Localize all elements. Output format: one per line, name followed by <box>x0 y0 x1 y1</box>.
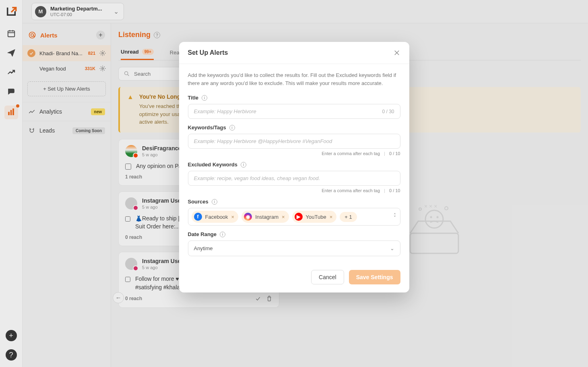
field-label-daterange: Date Range i <box>188 231 400 237</box>
close-icon[interactable] <box>393 49 400 56</box>
reach-label: 0 reach <box>125 234 142 240</box>
field-label-title: Title i <box>188 95 400 101</box>
helper-text: Enter a comma after each tag <box>322 151 380 156</box>
svg-point-9 <box>102 52 103 54</box>
chip-remove-icon[interactable]: × <box>282 214 285 220</box>
top-bar: M Marketing Departm... UTC-07:00 ⌄ <box>23 0 588 23</box>
gear-icon[interactable] <box>99 50 106 56</box>
chip-remove-icon[interactable]: × <box>231 214 235 220</box>
feed-select-checkbox[interactable] <box>125 164 131 170</box>
avatar <box>125 145 137 157</box>
alert-item[interactable]: Vegan food 331K <box>23 61 111 76</box>
svg-point-31 <box>419 208 421 210</box>
at-icon <box>28 31 36 39</box>
tag-counter: 0 / 10 <box>389 188 400 193</box>
set-up-new-alerts-button[interactable]: + Set Up New Alerts <box>27 81 106 96</box>
add-global-button[interactable]: + <box>6 330 17 341</box>
save-settings-button[interactable]: Save Settings <box>349 270 400 284</box>
feed-username: Instagram User <box>142 197 183 204</box>
feed-timestamp: 5 w ago <box>142 265 183 270</box>
page-title: Listening ? <box>118 31 581 39</box>
field-label-keywords: Keywords/Tags i <box>188 124 400 131</box>
workspace-timezone: UTC-07:00 <box>50 12 102 17</box>
nav-analytics-icon[interactable] <box>6 67 17 77</box>
sidebar-item-analytics[interactable]: Analytics new <box>23 102 111 121</box>
alert-item[interactable]: Khadi- Brand Na... 821 <box>23 45 111 61</box>
workspace-name: Marketing Departm... <box>50 6 102 12</box>
sidebar-item-leads[interactable]: Leads Coming Soon <box>23 121 111 140</box>
modal-title: Set Up Alerts <box>188 49 228 56</box>
youtube-icon: ▶ <box>295 213 303 221</box>
analytics-icon <box>28 108 35 115</box>
info-icon[interactable]: i <box>229 125 235 131</box>
info-icon[interactable]: i <box>202 95 207 101</box>
facebook-icon: f <box>194 213 202 221</box>
instagram-icon <box>133 265 138 271</box>
nav-calendar-icon[interactable] <box>6 28 17 39</box>
keywords-input[interactable] <box>194 138 394 144</box>
svg-text:× × ×: × × × <box>424 203 437 209</box>
feed-select-checkbox[interactable] <box>125 276 130 282</box>
alert-title-input[interactable] <box>194 108 382 114</box>
collapse-handle[interactable]: ← <box>113 292 124 303</box>
feed-select-checkbox[interactable] <box>125 216 130 222</box>
info-icon[interactable]: i <box>241 162 246 168</box>
tag-counter: 0 / 10 <box>389 151 400 156</box>
cancel-button[interactable]: Cancel <box>311 270 344 284</box>
sidebar-item-label: Analytics <box>39 108 62 115</box>
magnet-icon <box>28 127 35 134</box>
field-label-sources: Sources i <box>188 199 400 205</box>
nav-send-icon[interactable] <box>6 48 17 58</box>
svg-point-10 <box>102 68 103 69</box>
source-chip-youtube[interactable]: ▶ YouTube × <box>292 211 337 223</box>
gear-icon[interactable] <box>99 65 106 72</box>
info-icon[interactable]: i <box>212 199 217 205</box>
feed-username: Instagram User <box>142 258 183 264</box>
info-icon[interactable]: ? <box>154 32 160 38</box>
svg-rect-25 <box>410 233 458 253</box>
svg-point-7 <box>29 32 35 38</box>
sources-multiselect[interactable]: f Facebook × ◉ Instagram × ▶ YouTube × <box>188 208 400 226</box>
source-chip-instagram[interactable]: ◉ Instagram × <box>241 211 289 223</box>
nav-listening-icon[interactable] <box>4 106 18 119</box>
svg-point-13 <box>125 72 128 75</box>
set-up-alerts-modal: Set Up Alerts Add the keywords you'd lik… <box>179 42 409 292</box>
check-icon <box>27 49 35 57</box>
tab-unread[interactable]: Unread 99+ <box>121 45 154 60</box>
coming-soon-badge: Coming Soon <box>72 127 105 134</box>
svg-point-26 <box>425 210 443 228</box>
new-badge: new <box>91 108 105 115</box>
helper-text: Enter a comma after each tag <box>322 188 380 193</box>
sidebar-item-label: Leads <box>39 127 55 134</box>
svg-rect-5 <box>10 110 12 115</box>
feed-timestamp: 5 w ago <box>142 205 183 209</box>
trash-icon[interactable] <box>266 295 272 302</box>
check-icon[interactable] <box>255 295 261 302</box>
source-chip-more[interactable]: + 1 <box>340 212 357 222</box>
daterange-select[interactable]: Anytime ⌄ <box>188 241 400 256</box>
char-counter: 0 / 30 <box>382 109 394 114</box>
panel-add-button[interactable]: + <box>96 31 105 39</box>
help-button[interactable]: ? <box>6 349 17 361</box>
excluded-keywords-input[interactable] <box>194 175 394 181</box>
svg-point-30 <box>445 207 448 210</box>
alert-name: Khadi- Brand Na... <box>39 50 84 56</box>
nav-chat-icon[interactable] <box>6 86 17 97</box>
svg-line-14 <box>128 75 129 76</box>
tab-count-badge: 99+ <box>142 49 154 55</box>
svg-rect-0 <box>8 31 14 37</box>
svg-rect-4 <box>8 112 9 115</box>
svg-point-8 <box>31 34 34 37</box>
field-label-excluded: Excluded Keywords i <box>188 162 400 168</box>
modal-description: Add the keywords you'd like to collect t… <box>188 71 400 87</box>
info-icon[interactable]: i <box>220 232 225 237</box>
svg-point-27 <box>430 216 432 218</box>
chevron-down-icon: ⌄ <box>113 8 119 15</box>
expand-icon[interactable]: ˄˅ <box>394 214 396 220</box>
chip-remove-icon[interactable]: × <box>330 214 333 220</box>
source-chip-facebook[interactable]: f Facebook × <box>192 211 239 223</box>
svg-point-28 <box>436 216 438 218</box>
instagram-icon: ◉ <box>244 213 252 221</box>
search-icon <box>124 70 130 77</box>
workspace-selector[interactable]: M Marketing Departm... UTC-07:00 ⌄ <box>31 3 124 20</box>
